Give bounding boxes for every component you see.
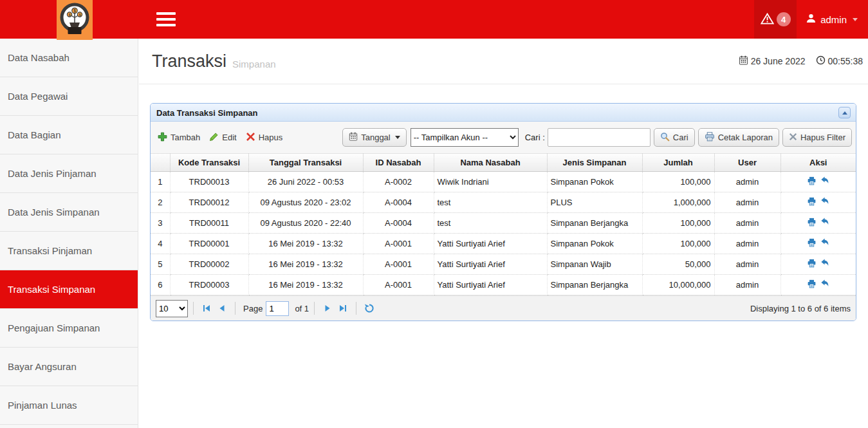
cell-kode-transaksi: TRD00002 (170, 254, 248, 275)
cell-jenis-simpanan: Simpanan Pokok (547, 172, 642, 192)
next-page-button[interactable] (320, 301, 335, 316)
col-user[interactable]: User (714, 154, 780, 172)
calendar-icon (739, 55, 748, 67)
table-body: 1TRD0001326 Juni 2022 - 00:53A-0002Wiwik… (151, 172, 856, 295)
undo-transaction-icon[interactable] (820, 197, 830, 208)
search-icon (660, 132, 670, 144)
undo-transaction-icon[interactable] (820, 176, 830, 187)
print-transaction-icon[interactable] (807, 197, 817, 208)
cell-user: admin (714, 275, 780, 295)
sidebar-item-data-pegawai[interactable]: Data Pegawai (0, 77, 138, 116)
sidebar-item-data-nasabah[interactable]: Data Nasabah (0, 39, 138, 77)
tampilkan-akun-select[interactable]: -- Tampilkan Akun -- (411, 128, 519, 147)
table-row[interactable]: 5TRD0000216 Mei 2019 - 13:32A-0001Yatti … (151, 254, 856, 275)
tanggal-dropdown-button[interactable]: Tanggal (342, 128, 407, 147)
undo-transaction-icon[interactable] (820, 218, 830, 228)
cell-jumlah: 100,000 (642, 172, 714, 192)
cell-jumlah: 10,000,000 (642, 275, 714, 295)
panel-collapse-button[interactable] (838, 107, 851, 118)
cell-jenis-simpanan: Simpanan Pokok (547, 234, 642, 254)
sidebar-item-bayar-angsuran[interactable]: Bayar Angsuran (0, 348, 138, 386)
table-row[interactable]: 6TRD0000316 Mei 2019 - 13:32A-0001Yatti … (151, 275, 856, 295)
cell-row-number: 2 (151, 192, 170, 213)
print-transaction-icon[interactable] (807, 238, 817, 249)
col-tanggal-transaksi[interactable]: Tanggal Transaksi (248, 154, 363, 172)
sidebar-item-transaksi-simpanan[interactable]: Transaksi Simpanan (0, 270, 138, 309)
undo-transaction-icon[interactable] (820, 259, 830, 270)
sidebar-item-pengajuan-simpanan[interactable]: Pengajuan Simpanan (0, 309, 138, 348)
cell-jumlah: 100,000 (642, 213, 714, 234)
search-input[interactable] (548, 128, 651, 147)
hapus-button[interactable]: Hapus (241, 129, 288, 146)
first-page-button[interactable] (199, 301, 214, 316)
panel-header: Data Transaksi Simpanan (151, 104, 856, 122)
cell-tanggal-transaksi: 09 Agustus 2020 - 22:40 (248, 213, 363, 234)
table-row[interactable]: 3TRD0001109 Agustus 2020 - 22:40A-0004te… (151, 213, 856, 234)
col-id-nasabah[interactable]: ID Nasabah (363, 154, 434, 172)
cell-jenis-simpanan: Simpanan Berjangka (547, 275, 642, 295)
print-transaction-icon[interactable] (807, 259, 817, 270)
cell-kode-transaksi: TRD00013 (170, 172, 248, 192)
cell-jenis-simpanan: Simpanan Berjangka (547, 213, 642, 234)
panel-title: Data Transaksi Simpanan (156, 108, 258, 118)
warning-icon (761, 13, 774, 26)
cell-tanggal-transaksi: 26 Juni 2022 - 00:53 (248, 172, 363, 192)
print-transaction-icon[interactable] (807, 279, 817, 290)
cell-id-nasabah: A-0001 (363, 254, 434, 275)
refresh-icon[interactable] (362, 301, 377, 316)
calendar-icon (349, 132, 358, 143)
tambah-button[interactable]: Tambah (153, 129, 205, 146)
cell-nama-nasabah: Yatti Surtiyati Arief (434, 234, 547, 254)
table-row[interactable]: 1TRD0001326 Juni 2022 - 00:53A-0002Wiwik… (151, 172, 856, 192)
undo-transaction-icon[interactable] (820, 238, 830, 249)
page-of-label: of 1 (295, 304, 309, 313)
user-dropdown[interactable]: admin (797, 0, 868, 39)
time-display: 00:55:38 (816, 55, 863, 67)
last-page-button[interactable] (335, 301, 351, 316)
cari-button[interactable]: Cari (654, 128, 695, 147)
sidebar-item-transaksi-pinjaman[interactable]: Transaksi Pinjaman (0, 232, 138, 270)
page-size-select[interactable]: 10 (156, 300, 188, 317)
cell-aksi (780, 172, 856, 192)
sidebar-item-data-jenis-simpanan[interactable]: Data Jenis Simpanan (0, 193, 138, 232)
cell-row-number: 6 (151, 275, 170, 295)
sidebar-toggle-button[interactable] (156, 9, 178, 30)
money-tree-logo-icon: $ $ $ (60, 3, 89, 38)
page-number-input[interactable] (266, 301, 289, 316)
hapus-filter-button[interactable]: Hapus Filter (782, 128, 852, 147)
sidebar-item-data-bagian[interactable]: Data Bagian (0, 116, 138, 154)
pagination-status: Displaying 1 to 6 of 6 items (750, 304, 851, 313)
table-row[interactable]: 4TRD0000116 Mei 2019 - 13:32A-0001Yatti … (151, 234, 856, 254)
notifications-button[interactable]: 4 (754, 0, 797, 39)
cell-jumlah: 100,000 (642, 234, 714, 254)
chevron-down-icon (395, 136, 400, 139)
col-row-number (151, 154, 170, 172)
undo-transaction-icon[interactable] (820, 279, 830, 290)
cell-id-nasabah: A-0001 (363, 234, 434, 254)
x-icon (246, 132, 255, 144)
sidebar-item-data-jenis-pinjaman[interactable]: Data Jenis Pinjaman (0, 154, 138, 193)
cell-nama-nasabah: test (434, 213, 547, 234)
cell-tanggal-transaksi: 16 Mei 2019 - 13:32 (248, 275, 363, 295)
table-row[interactable]: 2TRD0001209 Agustus 2020 - 23:02A-0004te… (151, 192, 856, 213)
col-nama-nasabah[interactable]: Nama Nasabah (434, 154, 547, 172)
cell-id-nasabah: A-0004 (363, 192, 434, 213)
print-transaction-icon[interactable] (807, 176, 817, 187)
col-kode-transaksi[interactable]: Kode Transaksi (170, 154, 248, 172)
plus-icon (158, 132, 167, 144)
transactions-table: Kode Transaksi Tanggal Transaksi ID Nasa… (151, 154, 856, 295)
chevron-up-icon (842, 111, 847, 115)
cell-nama-nasabah: test (434, 192, 547, 213)
prev-page-button[interactable] (214, 301, 230, 316)
cell-aksi (780, 254, 856, 275)
col-jenis-simpanan[interactable]: Jenis Simpanan (547, 154, 642, 172)
print-transaction-icon[interactable] (807, 218, 817, 228)
sidebar-menu: Data NasabahData PegawaiData BagianData … (0, 39, 138, 425)
cell-row-number: 4 (151, 234, 170, 254)
sidebar-item-pinjaman-lunas[interactable]: Pinjaman Lunas (0, 386, 138, 425)
col-jumlah[interactable]: Jumlah (642, 154, 714, 172)
app-logo[interactable]: $ $ $ (57, 0, 93, 40)
edit-button[interactable]: Edit (205, 129, 241, 146)
cetak-laporan-button[interactable]: Cetak Laporan (698, 128, 779, 147)
cell-kode-transaksi: TRD00003 (170, 275, 248, 295)
